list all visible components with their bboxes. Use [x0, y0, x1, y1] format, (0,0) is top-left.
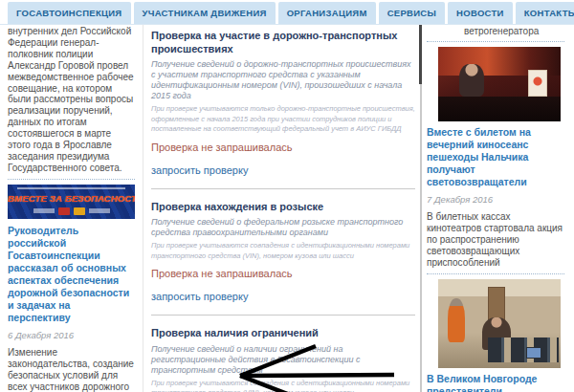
banner-title: ВМЕСТЕ ЗА БЕЗОПАСНОСТЬ [8, 193, 135, 204]
column-divider-line [143, 25, 144, 392]
vehicle-checks-panel: Проверка на участие в дорожно-транспортн… [151, 30, 415, 392]
check-section-dtp: Проверка на участие в дорожно-транспортн… [151, 30, 415, 178]
check-section-ogranicheniya: Проверка наличия ограничений Получение с… [151, 327, 415, 392]
dotted-divider [427, 273, 564, 274]
avtoradio-logo [74, 207, 85, 215]
photo-counter-shape [438, 97, 561, 121]
check-status: Проверка не запрашивалась [151, 268, 415, 279]
check-description: Получение сведений о наличии ограничений… [151, 344, 415, 376]
left-news-column: внутренних дел Российской Федерации гене… [8, 26, 135, 392]
nav-item-servisy[interactable]: СЕРВИСЫ [379, 2, 445, 24]
nav-item-kontakty[interactable]: КОНТАКТЫ [516, 2, 574, 24]
banner-topline-decor [17, 187, 125, 189]
right-news-excerpt: В билетных кассах кинотеатров стартовала… [427, 211, 564, 269]
right-news-headline-link[interactable]: В Великом Новгороде представители общест… [427, 373, 564, 392]
banner-dash-right [89, 208, 110, 213]
check-description: Получение сведений о дорожно-транспортны… [151, 59, 415, 101]
check-note: При проверке учитываются только дорожно-… [151, 104, 415, 135]
nav-item-novosti[interactable]: НОВОСТИ [448, 2, 513, 24]
photo-poster-art-shape [532, 76, 543, 87]
nav-item-organizaciyam[interactable]: ОРГАНИЗАЦИЯМ [278, 2, 376, 24]
dotted-divider [8, 179, 135, 180]
check-description: Получение сведений о федеральном розыске… [151, 217, 415, 238]
news-text-fragment: ветрогенератора [427, 26, 564, 36]
request-check-link[interactable]: запросить проверку [151, 291, 248, 302]
cinema-box-office-photo[interactable] [438, 47, 561, 121]
right-news-column: ветрогенератора Вместе с билетом на вече… [427, 26, 564, 392]
check-note: При проверке учитываются совпадения с ид… [151, 379, 415, 392]
photo-person-orange-shape [448, 298, 465, 342]
check-status: Проверка не запрашивалась [151, 142, 415, 153]
nav-item-uchastnikam-dvizheniya[interactable]: УЧАСТНИКАМ ДВИЖЕНИЯ [134, 2, 276, 24]
section-divider [151, 188, 415, 189]
gibdd-logo [58, 207, 70, 215]
safety-campaign-banner[interactable]: ВМЕСТЕ ЗА БЕЗОПАСНОСТЬ [8, 185, 135, 219]
check-note: При проверке учитываются совпадения с ид… [151, 241, 415, 261]
check-title: Проверка на участие в дорожно-транспортн… [151, 30, 415, 55]
request-check-link[interactable]: запросить проверку [151, 164, 248, 176]
check-section-rozysk: Проверка нахождения в розыске Получение … [151, 201, 415, 305]
dotted-divider [427, 41, 564, 42]
banner-logos [8, 207, 135, 215]
photo-monitors-shape [488, 338, 559, 362]
gibdd-website-page: ГОСАВТОИНСПЕКЦИЯ УЧАСТНИКАМ ДВИЖЕНИЯ ОРГ… [0, 0, 574, 392]
photo-screen-shape [526, 347, 541, 359]
left-news-headline-link[interactable]: Руководитель российской Госавтоинспекции… [8, 225, 135, 324]
left-news-date: 6 Декабря 2016 [8, 330, 135, 340]
nav-item-gosavtoinspekciya[interactable]: ГОСАВТОИНСПЕКЦИЯ [8, 2, 131, 24]
check-title: Проверка нахождения в розыске [151, 201, 415, 214]
left-news-excerpt: Изменение законодательства, создание без… [8, 347, 135, 392]
computer-classroom-photo[interactable] [438, 279, 561, 368]
photo-person-shape [459, 64, 484, 97]
top-navigation: ГОСАВТОИНСПЕКЦИЯ УЧАСТНИКАМ ДВИЖЕНИЯ ОРГ… [0, 0, 574, 25]
right-news-date: 7 Декабря 2016 [427, 194, 564, 205]
banner-dash-left [33, 208, 55, 213]
right-news-headline-link[interactable]: Вместе с билетом на вечерний киносеанс п… [427, 126, 564, 188]
article-excerpt: внутренних дел Российской Федерации гене… [8, 26, 135, 174]
section-divider [151, 315, 415, 316]
check-title: Проверка наличия ограничений [151, 327, 415, 340]
scrollbar-thumb[interactable] [419, 25, 422, 84]
